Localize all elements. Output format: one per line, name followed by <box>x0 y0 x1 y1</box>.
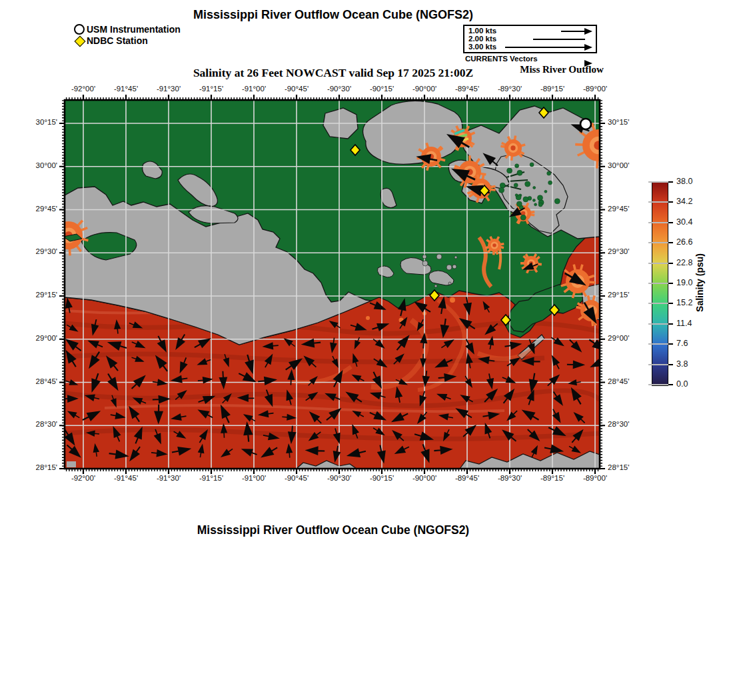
y-axis-tick-label-right: 29°00' <box>608 334 648 342</box>
y-axis-tick-label-left: 28°45' <box>19 377 57 385</box>
colorbar-tick <box>648 303 671 304</box>
x-axis-tick-label-bottom: -91°45' <box>114 474 138 482</box>
colorbar-tick-label: 30.4 <box>676 217 692 227</box>
marsh-speckle <box>530 163 534 167</box>
figure: Mississippi River Outflow Ocean Cube (NG… <box>0 0 733 700</box>
x-axis-tick-label-top: -89°30' <box>498 85 522 93</box>
marsh-speckle <box>507 168 512 173</box>
x-axis-tick-label-top: -90°15' <box>370 85 394 93</box>
marsh-speckle <box>523 197 528 202</box>
marsh-speckle <box>532 199 535 201</box>
x-axis-tick-label-top: -90°30' <box>327 85 351 93</box>
y-axis-tick-label-left: 29°30' <box>19 247 57 255</box>
x-axis-tick-label-bottom: -89°30' <box>498 474 522 482</box>
colorbar-tick-mark <box>668 343 673 345</box>
colorbar-tick-mark <box>668 263 673 264</box>
marsh-speckle <box>516 201 522 207</box>
colorbar-tick <box>648 263 671 264</box>
colorbar-tick-label: 19.0 <box>676 278 692 287</box>
colorbar-tick-mark <box>668 384 673 385</box>
y-axis-tick-label-left: 29°15' <box>19 291 57 299</box>
shoal-speckle <box>434 285 437 287</box>
colorbar-tick-mark <box>668 181 673 183</box>
y-axis-tick-label-right: 30°15' <box>608 118 648 126</box>
marsh-speckle <box>520 215 526 220</box>
x-axis-tick-label-bottom: -90°15' <box>370 474 394 482</box>
marsh-speckle <box>514 183 518 187</box>
marsh-speckle <box>538 203 542 207</box>
colorbar-tick-mark <box>668 303 673 304</box>
marsh-speckle <box>515 164 519 168</box>
marsh-speckle <box>534 203 537 206</box>
colorbar-tick <box>648 343 671 345</box>
shoal-speckle <box>452 265 456 269</box>
y-axis-tick-label-right: 29°15' <box>608 291 648 299</box>
colorbar-tick-label: 0.0 <box>676 379 688 389</box>
x-axis-tick-label-bottom: -91°30' <box>157 474 181 482</box>
colorbar-tick-mark <box>668 201 673 203</box>
marsh-speckle <box>547 171 551 175</box>
shoal-speckle <box>436 254 442 259</box>
colorbar-tick-label: 38.0 <box>676 177 692 186</box>
x-axis-tick-label-bottom: -89°00' <box>583 474 607 482</box>
x-axis-tick-label-bottom: -90°45' <box>285 474 309 482</box>
y-axis-tick-label-left: 28°15' <box>19 463 57 471</box>
x-axis-tick-label-bottom: -92°00' <box>71 474 95 482</box>
colorbar <box>652 182 668 386</box>
colorbar-tick <box>648 323 671 325</box>
colorbar-tick-label: 34.2 <box>676 197 692 206</box>
x-axis-tick-label-top: -91°45' <box>114 85 138 93</box>
marsh-speckle <box>533 187 536 189</box>
y-axis-tick-label-right: 30°00' <box>608 161 648 169</box>
corner-shoal <box>67 461 76 467</box>
x-axis-tick-label-top: -89°45' <box>455 85 479 93</box>
colorbar-tick-label: 26.6 <box>676 237 692 247</box>
shoal-speckle <box>422 255 426 259</box>
y-axis-tick-label-left: 30°00' <box>19 161 57 169</box>
colorbar-tick-mark <box>668 283 673 284</box>
usm-instrumentation-marker <box>580 119 591 129</box>
x-axis-tick-label-top: -91°15' <box>199 85 223 93</box>
shoal-speckle <box>448 282 451 285</box>
colorbar-tick <box>648 222 671 223</box>
colorbar-tick <box>648 384 671 385</box>
shoal-speckle <box>422 261 428 266</box>
colorbar-tick-label: 3.8 <box>676 359 688 369</box>
colorbar-tick-label: 22.8 <box>676 258 692 267</box>
y-axis-tick-label-right: 28°15' <box>608 463 648 471</box>
x-axis-tick-label-top: -90°00' <box>412 85 436 93</box>
x-axis-tick-label-top: -89°15' <box>540 85 564 93</box>
x-axis-tick-label-top: -91°30' <box>157 85 181 93</box>
shoal-speckle <box>446 265 452 270</box>
x-axis-tick-label-top: -92°00' <box>71 85 95 93</box>
marsh-speckle <box>544 190 547 193</box>
x-axis-tick-label-bottom: -89°15' <box>540 474 564 482</box>
x-axis-tick-label-bottom: -90°00' <box>412 474 436 482</box>
colorbar-tick-label: 15.2 <box>676 298 692 307</box>
marsh-speckle <box>548 181 552 185</box>
colorbar-tick <box>648 181 671 183</box>
x-axis-tick-label-bottom: -90°30' <box>327 474 351 482</box>
colorbar-tick-label: 11.4 <box>676 319 692 328</box>
y-axis-tick-label-left: 29°00' <box>19 334 57 342</box>
marsh-speckle <box>500 183 505 188</box>
y-axis-tick-label-right: 29°30' <box>608 247 648 255</box>
marsh-speckle <box>515 194 518 197</box>
colorbar-title: Salinity (psu) <box>694 216 705 349</box>
colorbar-tick-mark <box>668 242 673 243</box>
marsh-speckle <box>538 195 543 201</box>
y-axis-tick-label-right: 28°30' <box>608 420 648 428</box>
marsh-speckle <box>499 187 504 193</box>
x-axis-tick-label-top: -91°00' <box>242 85 266 93</box>
marsh-speckle <box>554 199 560 204</box>
colorbar-tick-label: 7.6 <box>676 339 688 348</box>
bottom-figure-title: Mississippi River Outflow Ocean Cube (NG… <box>0 523 666 537</box>
colorbar-tick <box>648 201 671 203</box>
x-axis-tick-label-top: -90°45' <box>285 85 309 93</box>
y-axis-tick-label-left: 30°15' <box>19 118 57 126</box>
marsh-speckle <box>517 170 522 175</box>
y-axis-tick-label-left: 29°45' <box>19 205 57 213</box>
colorbar-tick-mark <box>668 222 673 223</box>
x-axis-tick-label-bottom: -89°45' <box>455 474 479 482</box>
y-axis-tick-label-right: 29°45' <box>608 205 648 213</box>
